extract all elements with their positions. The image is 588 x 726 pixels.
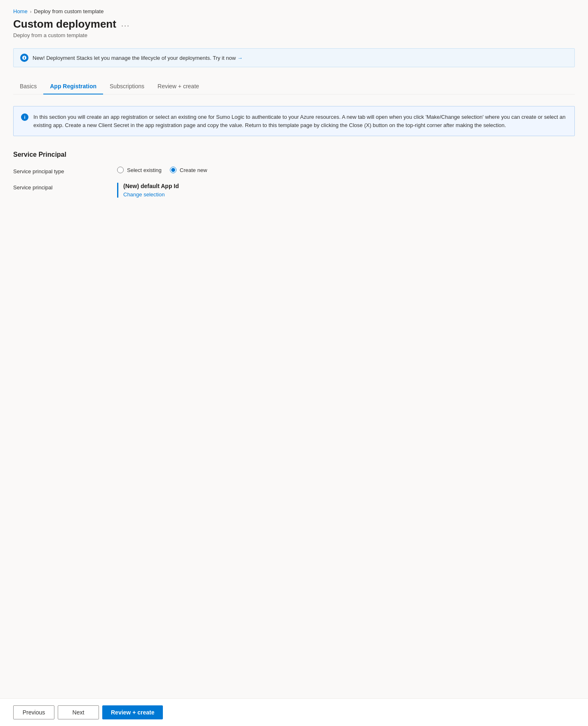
- tab-basics[interactable]: Basics: [13, 79, 43, 94]
- banner-text: New! Deployment Stacks let you manage th…: [33, 55, 568, 61]
- service-principal-row: Service principal (New) default App Id C…: [13, 183, 575, 198]
- info-box: i In this section you will create an app…: [13, 106, 575, 136]
- radio-create-new[interactable]: Create new: [170, 167, 207, 173]
- next-button[interactable]: Next: [58, 705, 99, 719]
- sp-label: Service principal: [13, 183, 104, 191]
- deployment-stacks-banner: New! Deployment Stacks let you manage th…: [13, 48, 575, 67]
- radio-create-new-label: Create new: [180, 167, 207, 173]
- banner-icon: [20, 54, 28, 62]
- radio-select-existing[interactable]: Select existing: [117, 167, 162, 173]
- sp-type-radio-group: Select existing Create new: [117, 167, 207, 173]
- radio-create-new-input[interactable]: [170, 167, 176, 173]
- previous-button[interactable]: Previous: [13, 705, 54, 719]
- sp-type-label: Service principal type: [13, 167, 104, 174]
- svg-rect-1: [24, 57, 25, 59]
- service-principal-section: Service Principal Service principal type…: [13, 151, 575, 198]
- review-create-button[interactable]: Review + create: [102, 705, 163, 719]
- breadcrumb-current: Deploy from custom template: [34, 8, 103, 14]
- breadcrumb-home[interactable]: Home: [13, 8, 28, 14]
- radio-select-existing-label: Select existing: [127, 167, 162, 173]
- banner-link[interactable]: →: [237, 55, 242, 61]
- page-title-menu[interactable]: ...: [121, 20, 130, 28]
- info-icon: i: [21, 113, 28, 121]
- radio-select-existing-input[interactable]: [117, 167, 124, 173]
- sp-value-control: (New) default App Id Change selection: [117, 183, 179, 198]
- page-title: Custom deployment ...: [13, 18, 575, 31]
- sp-name: (New) default App Id: [123, 183, 179, 189]
- footer: Previous Next Review + create: [0, 698, 588, 726]
- breadcrumb-separator: ›: [30, 9, 32, 14]
- info-box-text: In this section you will create an app r…: [33, 113, 567, 129]
- tab-subscriptions[interactable]: Subscriptions: [103, 79, 151, 94]
- page-subtitle: Deploy from a custom template: [13, 32, 575, 38]
- section-title: Service Principal: [13, 151, 575, 158]
- breadcrumb: Home › Deploy from custom template: [13, 8, 575, 14]
- sp-type-control: Select existing Create new: [117, 167, 207, 173]
- service-principal-value: (New) default App Id Change selection: [117, 183, 179, 198]
- service-principal-type-row: Service principal type Select existing C…: [13, 167, 575, 174]
- tab-app-registration[interactable]: App Registration: [43, 79, 103, 94]
- tabs-nav: Basics App Registration Subscriptions Re…: [13, 79, 575, 94]
- change-selection-link[interactable]: Change selection: [123, 191, 165, 198]
- tab-review-create[interactable]: Review + create: [151, 79, 206, 94]
